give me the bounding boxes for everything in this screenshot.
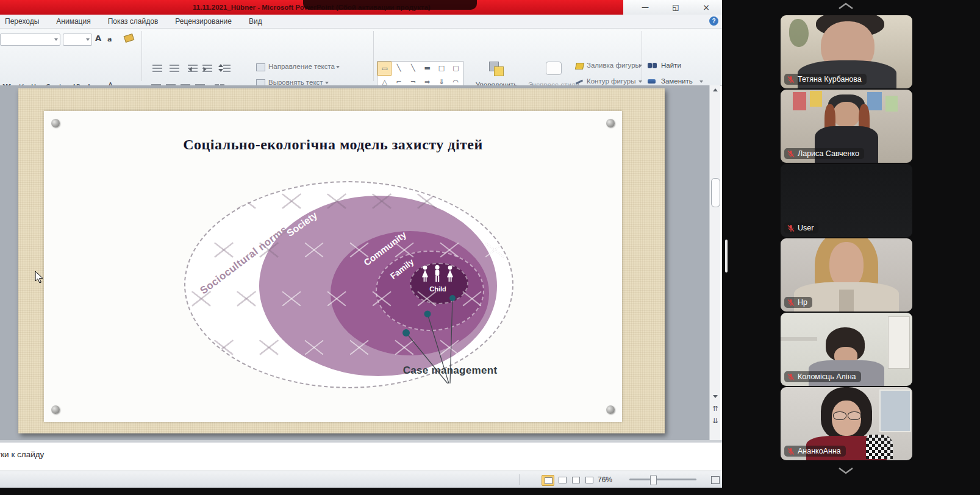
ribbon: А а Ж К Ч S abc АВ Аа А Шрифт	[0, 29, 722, 86]
mic-muted-icon	[787, 373, 795, 381]
tab-transitions[interactable]: Переходы	[5, 17, 39, 26]
status-divider	[520, 474, 520, 485]
group-separator	[642, 31, 642, 81]
line-spacing-button[interactable]	[220, 63, 232, 74]
case-management-label: Case management	[383, 365, 517, 377]
participant-name-pill: Нр	[784, 297, 812, 308]
slide[interactable]: Соціально-екологічна модель захисту діте…	[18, 88, 665, 433]
shape-cell-icon[interactable]: ▬	[420, 62, 434, 76]
previous-slide-button[interactable]: ⇈	[710, 405, 721, 413]
bullets-button[interactable]	[150, 63, 162, 74]
help-icon[interactable]: ?	[709, 16, 718, 26]
slide-paper-panel: Соціально-екологічна модель захисту діте…	[44, 111, 622, 422]
tab-animations[interactable]: Анимация	[56, 17, 90, 26]
participant-tile[interactable]: Тетяна Курбанова	[781, 15, 912, 88]
find-binoculars-icon	[653, 63, 657, 68]
tab-view[interactable]: Вид	[249, 17, 262, 26]
participant-name-pill: User	[784, 223, 818, 233]
participant-name-pill: Тетяна Курбанова	[784, 74, 867, 85]
participant-tile[interactable]: АнанкоАнна	[781, 387, 912, 460]
group-separator	[141, 31, 142, 81]
increase-indent-button[interactable]	[201, 63, 213, 74]
shape-fill-icon	[575, 63, 584, 69]
participant-tile[interactable]: Лариса Савченко	[781, 90, 912, 163]
participant-name-pill: Коломієць Аліна	[784, 371, 861, 382]
clear-formatting-icon[interactable]	[124, 34, 135, 43]
participant-name: Лариса Савченко	[798, 149, 859, 158]
mic-muted-icon	[787, 224, 795, 232]
zoom-level[interactable]: 76%	[598, 475, 612, 484]
replace-icon	[648, 79, 656, 84]
participant-name-pill: Лариса Савченко	[784, 148, 864, 159]
slideshow-button[interactable]	[583, 475, 595, 485]
next-slide-button[interactable]: ⇊	[710, 417, 721, 425]
font-size-combo[interactable]	[63, 34, 92, 46]
shape-cell-icon[interactable]: ▢	[449, 62, 463, 76]
shape-cell-icon[interactable]: ▭	[377, 62, 392, 76]
scroll-participants-down-icon[interactable]	[837, 466, 855, 475]
close-button[interactable]: ×	[694, 1, 718, 13]
notes-placeholder-text: тки к слайду	[0, 450, 44, 459]
shape-cell-icon[interactable]: ╲	[392, 62, 406, 76]
slide-scrollbar[interactable]: ⇈ ⇊	[709, 85, 720, 440]
recording-overlay	[303, 0, 477, 10]
restore-button[interactable]: ◱	[663, 1, 688, 13]
screen: 11.11.2021_Hübner - Microsoft PowerPoint…	[0, 0, 980, 495]
powerpoint-window: 11.11.2021_Hübner - Microsoft PowerPoint…	[0, 0, 722, 488]
find-binoculars-icon	[648, 63, 652, 68]
quick-styles-icon	[546, 62, 562, 75]
arrange-icon	[494, 66, 504, 76]
slide-canvas-area[interactable]: Соціально-екологічна модель захисту діте…	[0, 85, 709, 440]
text-direction-icon	[256, 63, 265, 71]
minimize-button[interactable]: —	[633, 1, 657, 13]
shape-cell-icon[interactable]: ╲	[406, 62, 420, 76]
corner-pin	[51, 405, 60, 414]
case-management-connectors	[276, 175, 532, 394]
mouse-cursor	[35, 271, 45, 284]
corner-pin	[606, 119, 615, 127]
window-controls: — ◱ ×	[623, 0, 722, 15]
slide-title: Соціально-екологічна модель захисту діте…	[44, 137, 622, 153]
shrink-font-button[interactable]: а	[107, 35, 112, 43]
mic-muted-icon	[787, 447, 795, 455]
participant-name: User	[798, 224, 814, 232]
tab-review[interactable]: Рецензирование	[175, 17, 232, 26]
participant-name: АнанкоАнна	[798, 447, 841, 455]
status-bar: 76% − +	[0, 471, 722, 488]
mic-muted-icon	[787, 76, 795, 84]
fit-to-window-button[interactable]	[711, 476, 720, 484]
mic-muted-icon	[787, 299, 795, 307]
participant-name-pill: АнанкоАнна	[784, 446, 846, 457]
panel-scrollbar-thumb[interactable]	[725, 240, 728, 272]
participant-tile[interactable]: Нр	[781, 238, 912, 312]
group-separator	[373, 31, 374, 81]
scroll-up-icon[interactable]	[713, 88, 718, 91]
participant-name: Нр	[798, 298, 807, 307]
numbering-button[interactable]	[167, 63, 179, 74]
ribbon-tabs: Переходы Анимация Показ слайдов Рецензир…	[0, 15, 722, 29]
participant-name: Коломієць Аліна	[798, 372, 856, 381]
shape-cell-icon[interactable]: □	[434, 62, 448, 76]
corner-pin	[606, 405, 615, 414]
scroll-participants-up-icon[interactable]	[837, 1, 855, 11]
mic-muted-icon	[787, 150, 795, 158]
corner-pin	[51, 119, 60, 127]
scrollbar-thumb[interactable]	[711, 178, 720, 207]
decrease-indent-button[interactable]	[187, 63, 199, 74]
participant-tile[interactable]: User	[781, 164, 912, 237]
zoom-slider-thumb[interactable]	[650, 475, 657, 485]
slide-sorter-button[interactable]	[556, 475, 568, 485]
tab-slideshow[interactable]: Показ слайдов	[108, 17, 159, 26]
scroll-down-icon[interactable]	[713, 395, 718, 398]
reading-view-button[interactable]	[570, 475, 581, 485]
notes-pane[interactable]: тки к слайду	[0, 443, 722, 471]
participant-name: Тетяна Курбанова	[798, 75, 862, 84]
font-name-combo[interactable]	[0, 34, 60, 46]
participant-tile[interactable]: Коломієць Аліна	[781, 313, 912, 386]
normal-view-button[interactable]	[542, 475, 554, 486]
grow-font-button[interactable]: А	[95, 34, 101, 43]
zoom-slider-track[interactable]	[629, 479, 696, 480]
